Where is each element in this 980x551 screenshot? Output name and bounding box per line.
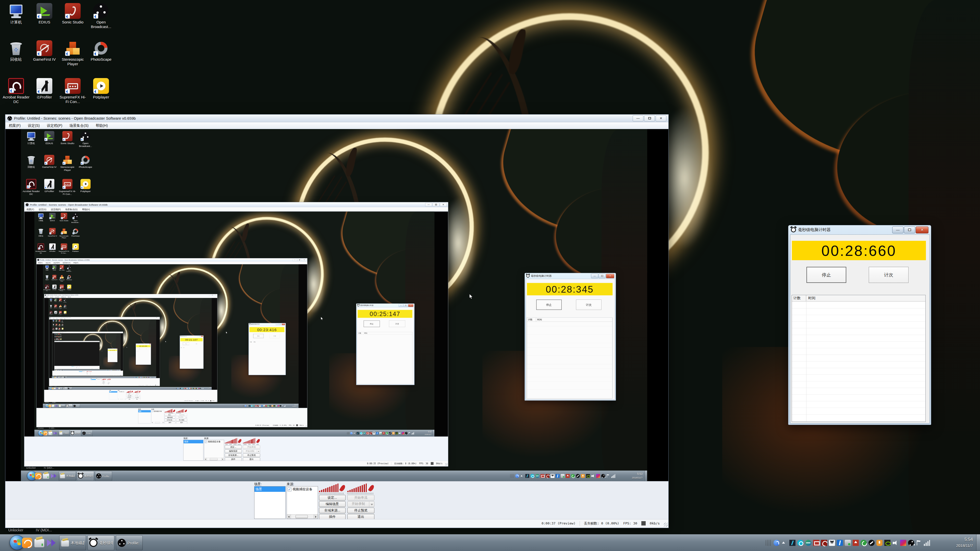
desktop-icon-sonic-studio[interactable]: Sonic Studio <box>59 3 86 24</box>
lap-list-rows <box>180 348 203 368</box>
obs-tray-icon[interactable] <box>908 540 914 546</box>
help-icon[interactable] <box>773 540 780 546</box>
plugins-button[interactable]: 插件 <box>319 514 345 519</box>
show-desktop-button[interactable] <box>976 534 980 551</box>
source-item: ✓ 视频捕捉设备 <box>96 379 101 380</box>
desktop-icon-photoscape[interactable]: PhotoScape <box>88 40 115 62</box>
show-hidden-icons-arrow[interactable] <box>781 540 788 546</box>
source-checkbox[interactable]: ✓ <box>288 487 291 491</box>
satellite-dish-icon[interactable] <box>869 540 875 546</box>
scroll-left-arrow[interactable] <box>287 514 291 519</box>
settings-button[interactable]: 设定... <box>319 495 345 500</box>
network-signal-icon[interactable] <box>924 540 930 546</box>
maximize-button[interactable] <box>644 115 655 121</box>
capture-device-icon[interactable] <box>813 540 819 546</box>
close-button[interactable]: ✕ <box>655 115 667 121</box>
quicklaunch-drive[interactable] <box>34 539 45 548</box>
obs-logo-icon <box>26 203 29 206</box>
taskbar-clock-date: 2018/11/7 <box>956 543 973 549</box>
sources-list: ✓ 视频捕捉设备 <box>83 371 86 375</box>
sonic-radar-icon[interactable] <box>829 540 835 546</box>
lap-list[interactable]: 计数 时间 <box>792 295 926 422</box>
audio-utility-icon[interactable] <box>797 540 803 546</box>
desktop-icon-photoscape: PhotoScape <box>63 305 67 308</box>
scenes-list[interactable]: 场景 <box>254 486 286 519</box>
maximize-icon <box>601 275 603 277</box>
sources-horizontal-scrollbar[interactable] <box>287 514 318 519</box>
action-center-flag-icon[interactable] <box>916 540 922 546</box>
audio-utility-icon <box>360 432 363 434</box>
menu-help[interactable]: 帮助(H) <box>92 122 111 129</box>
taskbar-clock[interactable]: 5:54 2018/11/7 <box>956 537 973 549</box>
lap-time-header: 时间 <box>363 332 412 335</box>
lap-list: 计数 时间 <box>180 347 203 368</box>
turbo-app-icon[interactable] <box>900 540 906 546</box>
recording-dropdown-arrow[interactable] <box>369 502 374 507</box>
minimize-button[interactable]: — <box>633 115 643 121</box>
desktop-icon-potplayer[interactable]: Potplayer <box>88 78 115 100</box>
desktop-icon-acrobat[interactable]: Acrobat Reader DC <box>3 78 30 104</box>
desktop-icon-obs[interactable]: Open Broadcast... <box>88 3 115 29</box>
obs-titlebar[interactable]: Profile: Untitled - Scenes: scenes - Ope… <box>5 114 668 122</box>
scroll-thumb[interactable] <box>296 515 308 518</box>
scene-item-selected[interactable]: 场景 <box>255 486 285 492</box>
ai-suite-icon[interactable] <box>789 540 795 546</box>
stop-preview-button[interactable]: 停止预览 <box>347 508 374 513</box>
menu-profile[interactable]: 设定档(P) <box>43 122 66 129</box>
source-item[interactable]: ✓ 视频捕捉设备 <box>287 486 318 492</box>
desktop-icon-stereoscopic-player[interactable]: Stereoscopic Player <box>59 40 86 66</box>
quicklaunch-uc-browser <box>43 431 48 435</box>
maximize-button[interactable] <box>904 227 915 233</box>
sources-list[interactable]: ✓ 视频捕捉设备 <box>286 486 318 519</box>
desktop-icon-i1profiler[interactable]: i1Profiler <box>31 78 58 100</box>
desktop-icon-edius[interactable]: EDIUS <box>31 3 58 24</box>
menu-scene-collection: 场景集合(S) <box>63 207 80 211</box>
start-recording-button[interactable]: 开始录制 <box>347 501 374 507</box>
obs-logo-icon <box>7 116 12 121</box>
scroll-right-arrow[interactable] <box>313 514 318 519</box>
task-local-disk[interactable]: 本地磁盘... <box>59 535 86 550</box>
menu-settings[interactable]: 设定(S) <box>24 122 43 129</box>
sonic-studio-icon[interactable] <box>821 540 827 546</box>
shortcut-arrow-icon <box>54 306 55 307</box>
global-sources-button[interactable]: 全域来源... <box>319 508 345 513</box>
close-button[interactable]: ✕ <box>916 227 928 233</box>
i1profiler-icon <box>44 179 54 189</box>
quicklaunch-uc-browser[interactable] <box>22 538 32 548</box>
bluetooth-icon[interactable] <box>837 540 843 546</box>
asus-alert-icon <box>581 474 585 478</box>
desktop-icon-gamefirst[interactable]: GameFirst IV <box>31 40 58 62</box>
desktop-icon-recycle-bin[interactable]: 回收站 <box>3 40 30 62</box>
meter-bars <box>134 390 138 392</box>
show-desktop-button <box>211 387 212 390</box>
volume-icon[interactable] <box>892 540 898 546</box>
disk-icon <box>59 388 60 389</box>
edit-scene-button[interactable]: 编辑场景 <box>319 501 345 507</box>
resize-grip[interactable] <box>664 523 668 527</box>
desktop-icon-computer[interactable]: 计算机 <box>3 3 30 24</box>
nvidia-icon[interactable] <box>884 540 891 546</box>
network-globe-icon[interactable] <box>805 540 811 546</box>
asus-alert-icon[interactable] <box>877 540 883 546</box>
timer-titlebar[interactable]: 毫秒级电脑计时器 — ✕ <box>788 225 931 234</box>
quicklaunch-kmplayer[interactable] <box>46 538 57 548</box>
stream-health-indicator <box>98 368 98 369</box>
sync-utility-icon[interactable] <box>861 540 867 546</box>
menu-scene-collection[interactable]: 场景集合(S) <box>66 122 92 129</box>
menu-file[interactable]: 档案(F) <box>5 122 24 129</box>
sonic-studio-icon <box>59 320 60 322</box>
start-streaming-button[interactable]: 开始串流 <box>347 495 374 500</box>
keyboard-icon[interactable] <box>765 540 772 546</box>
exit-button[interactable]: 退出 <box>347 514 374 519</box>
task-obs[interactable]: Profile: ... <box>116 535 143 550</box>
usb-device-icon[interactable] <box>845 540 851 546</box>
task-timer[interactable]: 毫秒级电... <box>88 535 115 550</box>
stop-button[interactable]: 停止 <box>807 267 846 283</box>
mic-icon <box>339 484 346 492</box>
minimize-button[interactable]: — <box>892 227 904 233</box>
lap-button[interactable]: 计次 <box>869 267 908 283</box>
backup-utility-icon[interactable] <box>853 540 859 546</box>
menu-settings: 设定(S) <box>49 296 54 298</box>
desktop-icon-computer: 计算机 <box>52 320 55 322</box>
desktop-icon-supremefx[interactable]: SupremeFX Hi-Fi Con... <box>59 78 86 104</box>
